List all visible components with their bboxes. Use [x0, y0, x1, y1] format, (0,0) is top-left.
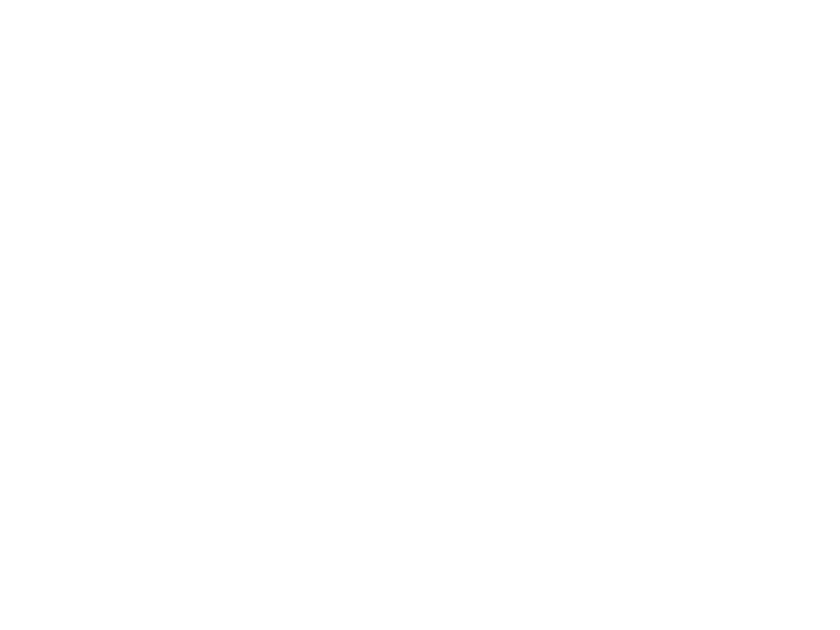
line-chart [0, 0, 840, 630]
chart-container [0, 0, 840, 630]
